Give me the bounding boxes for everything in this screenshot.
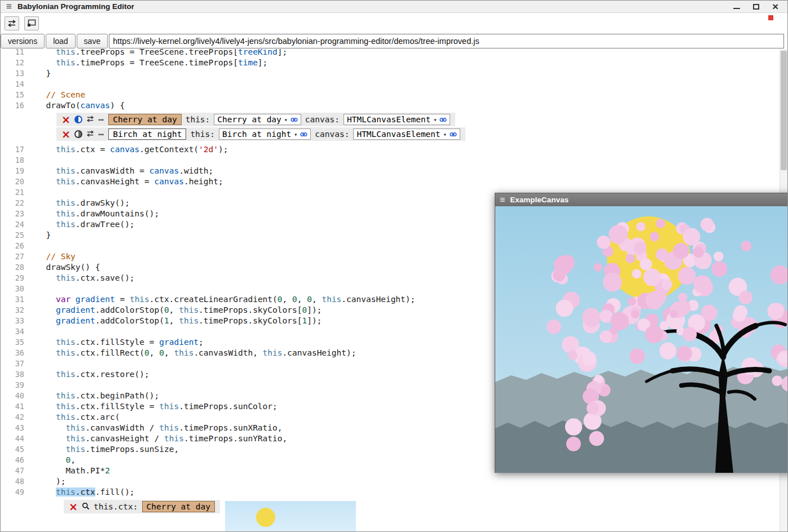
code-text: this.ctx.restore(); xyxy=(24,370,149,379)
binding-value-dropdown[interactable]: Cherry at day ▾ xyxy=(214,114,301,125)
code-line[interactable]: 18 xyxy=(1,155,787,166)
unsaved-indicator xyxy=(768,15,773,20)
code-text xyxy=(24,241,36,250)
code-line[interactable]: 11 this.treeProps = TreeScene.treeProps[… xyxy=(1,49,787,57)
code-text: this.ctx.fillStyle = gradient; xyxy=(24,338,204,347)
remove-probe-icon[interactable]: × xyxy=(69,503,78,511)
code-line[interactable]: 19 this.canvasWidth = canvas.width; xyxy=(1,166,787,176)
binding-label: this: xyxy=(190,130,215,139)
example-probe-block: × ⋯ Cherry at day this: Cherry at day ▾ … xyxy=(1,111,787,144)
code-text: this.ctx.fillRect(0, 0, this.canvasWidth… xyxy=(24,348,356,357)
swap-icon[interactable] xyxy=(86,130,94,139)
line-number: 17 xyxy=(1,144,24,155)
code-text: } xyxy=(24,69,51,78)
hamburger-icon[interactable]: ≡ xyxy=(500,196,505,205)
code-text: gradient.addColorStop(0, this.timeProps.… xyxy=(24,305,322,314)
chevron-down-icon: ▾ xyxy=(294,131,297,138)
line-number: 34 xyxy=(1,326,24,337)
code-text xyxy=(24,156,36,165)
line-number: 23 xyxy=(1,209,24,219)
line-number: 30 xyxy=(1,283,24,294)
example-name-chip[interactable]: Birch at night xyxy=(108,128,186,140)
code-text: this.ctx.arc( xyxy=(24,413,120,422)
swap-icon[interactable] xyxy=(86,115,94,124)
versions-button[interactable]: versions xyxy=(1,34,45,48)
region-tool-button[interactable] xyxy=(24,16,39,30)
code-line[interactable]: 16 drawTo(canvas) { xyxy=(1,100,787,111)
url-input[interactable] xyxy=(109,34,784,48)
swap-icon xyxy=(7,20,16,27)
dropdown-value: HTMLCanvasElement xyxy=(347,115,430,124)
line-number: 31 xyxy=(1,294,24,305)
hamburger-icon[interactable]: ≡ xyxy=(6,2,12,11)
code-line[interactable]: 14 xyxy=(1,79,787,90)
dropdown-value: Cherry at day xyxy=(217,115,281,124)
binding-label: canvas: xyxy=(315,130,349,139)
binding-value-dropdown[interactable]: HTMLCanvasElement ▾ xyxy=(344,114,450,125)
maximize-button[interactable] xyxy=(753,4,759,10)
scrollbar-thumb[interactable] xyxy=(781,51,787,170)
line-number: 40 xyxy=(1,391,24,401)
link-icon xyxy=(290,116,298,123)
magnifier-icon[interactable] xyxy=(82,502,90,512)
code-line[interactable]: 13 } xyxy=(1,68,787,79)
line-number: 41 xyxy=(1,401,24,412)
code-line[interactable]: 17 this.ctx = canvas.getContext('2d'); xyxy=(1,144,787,155)
line-number: 43 xyxy=(1,423,24,433)
window-titlebar: ≡ Babylonian Programming Editor × xyxy=(1,1,787,13)
example-name-chip[interactable]: Cherry at day xyxy=(108,114,182,125)
line-number: 16 xyxy=(1,100,24,111)
line-number: 14 xyxy=(1,79,24,90)
example-row-cherry: × ⋯ Cherry at day this: Cherry at day ▾ … xyxy=(56,113,455,126)
example-window-titlebar[interactable]: ≡ ExampleCanvas xyxy=(495,193,788,206)
code-text: this.canvasHeight / this.timeProps.sunYR… xyxy=(24,434,287,443)
example-row-birch: × ⋯ Birch at night this: Birch at night … xyxy=(56,127,465,141)
close-button[interactable]: × xyxy=(772,3,778,11)
binding-value-dropdown[interactable]: HTMLCanvasElement ▾ xyxy=(353,128,460,140)
probe-canvas-preview xyxy=(225,501,356,531)
code-line[interactable]: 15 // Scene xyxy=(1,90,787,100)
code-line[interactable]: 20 this.canvasHeight = canvas.height; xyxy=(1,176,787,187)
code-text: 0, xyxy=(24,455,76,464)
code-text: this.canvasWidth / this.timeProps.sunXRa… xyxy=(24,423,283,432)
line-number: 44 xyxy=(1,433,24,444)
code-text: drawTo(canvas) { xyxy=(24,101,125,110)
result-probe-row: × this.ctx: Cherry at day xyxy=(64,500,220,513)
toggle-example-icon[interactable] xyxy=(74,130,82,138)
more-options-icon[interactable]: ⋯ xyxy=(98,117,104,122)
code-line[interactable]: 49 this.ctx.fill(); xyxy=(1,487,787,498)
code-text: this.canvasWidth = canvas.width; xyxy=(24,166,213,175)
code-line[interactable]: 48 ); xyxy=(1,476,787,487)
toggle-example-icon[interactable] xyxy=(74,116,82,123)
line-number: 46 xyxy=(1,455,24,466)
line-number: 39 xyxy=(1,380,24,391)
code-text: this.drawMountains(); xyxy=(24,209,159,218)
line-number: 11 xyxy=(1,49,24,57)
minimize-button[interactable] xyxy=(733,8,740,9)
save-button[interactable]: save xyxy=(77,34,108,48)
dropdown-value: HTMLCanvasElement xyxy=(356,130,440,139)
binding-label: canvas: xyxy=(305,115,340,124)
probe-example-chip[interactable]: Cherry at day xyxy=(142,501,215,512)
code-line[interactable]: 12 this.timeProps = TreeScene.timeProps[… xyxy=(1,57,787,68)
remove-example-icon[interactable]: × xyxy=(61,130,71,138)
code-text: this.drawSky(); xyxy=(24,198,130,207)
code-text: } xyxy=(24,230,51,240)
more-options-icon[interactable]: ⋯ xyxy=(98,131,104,137)
probe-expression: this.ctx: xyxy=(94,502,138,511)
binding-value-dropdown[interactable]: Birch at night ▾ xyxy=(219,128,311,140)
nav-toolbar: versions load save xyxy=(1,33,787,49)
code-text: this.treeProps = TreeScene.treeProps[tre… xyxy=(24,49,287,56)
code-text: this.timeProps.sunSize, xyxy=(24,445,179,454)
line-number: 20 xyxy=(1,176,24,187)
chevron-down-icon: ▾ xyxy=(284,117,288,123)
example-canvas-window[interactable]: ≡ ExampleCanvas xyxy=(495,193,788,473)
load-button[interactable]: load xyxy=(46,34,75,48)
line-number: 19 xyxy=(1,166,24,176)
code-text xyxy=(24,359,36,368)
code-text: this.timeProps = TreeScene.timeProps[tim… xyxy=(24,58,267,67)
remove-example-icon[interactable]: × xyxy=(61,116,71,123)
window-title: Babylonian Programming Editor xyxy=(17,2,134,11)
line-number: 37 xyxy=(1,358,24,369)
swap-probes-button[interactable] xyxy=(5,16,19,30)
